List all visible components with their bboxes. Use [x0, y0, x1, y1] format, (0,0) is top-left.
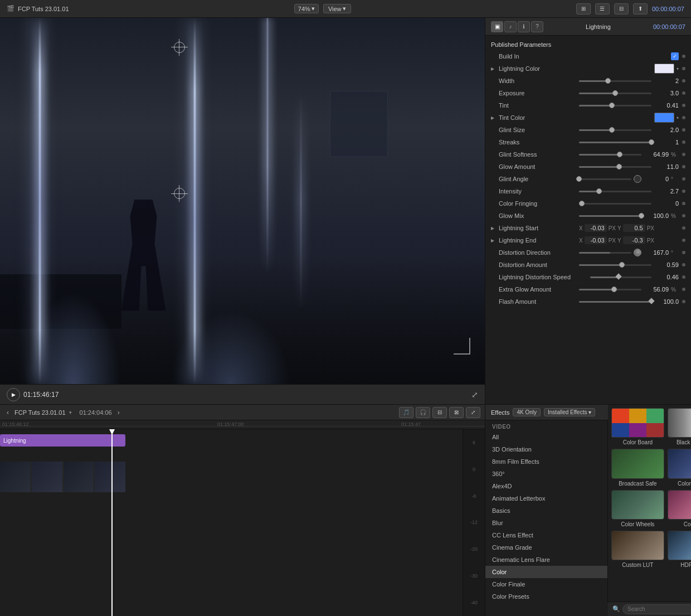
timeline-audio-btn[interactable]: 🎵: [399, 407, 413, 418]
effect-item-custom-lut[interactable]: Custom LUT: [611, 531, 664, 568]
glow-amount-slider[interactable]: [579, 166, 651, 168]
tint-slider[interactable]: [579, 105, 651, 106]
le-y-value[interactable]: -0.3: [623, 236, 645, 244]
timeline-nav-back[interactable]: ‹: [4, 409, 11, 416]
effect-item-hdr-tools[interactable]: HDR Tools: [668, 531, 691, 568]
effects-cat-color-finale[interactable]: Color Finale: [485, 578, 607, 590]
exposure-slider-thumb[interactable]: [612, 90, 618, 96]
timeline-nav-forward[interactable]: ›: [115, 409, 122, 416]
reset-dot-5: [682, 116, 685, 119]
timeline-layout-btn2[interactable]: ⊠: [449, 407, 464, 418]
timeline-expand-btn[interactable]: ⤢: [466, 407, 480, 418]
expand-lightning-start[interactable]: ▶: [491, 226, 497, 231]
glint-softness-thumb[interactable]: [617, 152, 622, 157]
color-dropdown-arrow-1[interactable]: ▾: [677, 66, 679, 71]
width-slider-thumb[interactable]: [605, 78, 611, 84]
effect-item-color-curves[interactable]: Color Curves: [668, 449, 691, 486]
distortion-dir-slider[interactable]: [579, 252, 631, 254]
effects-cat-cinema-grade[interactable]: Cinema Grade: [485, 541, 607, 554]
ls-y-value[interactable]: 0.5: [623, 224, 645, 232]
tint-slider-thumb[interactable]: [609, 103, 615, 108]
track-row-1: Lightning: [0, 433, 485, 448]
ls-x-value[interactable]: -0.03: [585, 224, 607, 232]
effects-cat-color[interactable]: Color: [485, 566, 607, 578]
glint-angle-slider[interactable]: [579, 178, 631, 180]
video-viewport[interactable]: [0, 18, 485, 384]
glow-mix-slider[interactable]: [579, 215, 641, 217]
le-x-value[interactable]: -0.03: [585, 236, 607, 244]
extra-glow-amount-thumb[interactable]: [611, 287, 617, 292]
effects-4k-filter[interactable]: 4K Only: [513, 408, 541, 416]
effects-cat-cinematic-lens-flare[interactable]: Cinematic Lens Flare: [485, 554, 607, 566]
color-fringing-thumb[interactable]: [579, 201, 585, 206]
zoom-control[interactable]: 74% ▾: [294, 4, 319, 13]
view-button[interactable]: View ▾: [323, 4, 351, 13]
glint-size-slider[interactable]: [579, 129, 651, 131]
glow-amount-thumb[interactable]: [616, 164, 622, 169]
effect-item-color-board[interactable]: Color Board: [611, 408, 664, 445]
effects-cat-cc-lens[interactable]: CC Lens Effect: [485, 529, 607, 541]
fullscreen-button[interactable]: ⤢: [471, 390, 478, 399]
grid-view-button[interactable]: ⊞: [576, 3, 591, 14]
inspector-tab-info[interactable]: ℹ: [518, 21, 530, 32]
glow-mix-thumb[interactable]: [639, 213, 644, 219]
expand-lightning-color[interactable]: ▶: [491, 66, 497, 71]
inspector-tab-audio[interactable]: ♪: [504, 21, 517, 32]
tint-color-swatch[interactable]: [654, 113, 674, 123]
expand-lightning-end[interactable]: ▶: [491, 238, 497, 243]
expand-tint-color[interactable]: ▶: [491, 115, 497, 120]
effects-installed-filter[interactable]: Installed Effects ▾: [544, 408, 595, 416]
lightning-color-swatch[interactable]: [654, 64, 674, 74]
width-slider[interactable]: [579, 80, 651, 82]
effects-cat-blur[interactable]: Blur: [485, 517, 607, 529]
intensity-slider[interactable]: [579, 191, 651, 192]
effect-item-bw[interactable]: Black & White: [668, 408, 691, 445]
effects-cat-all[interactable]: All: [485, 431, 607, 443]
timeline-body[interactable]: Lightning Lightning 02: [0, 429, 485, 616]
glint-angle-thumb[interactable]: [576, 176, 582, 182]
color-fringing-slider[interactable]: [579, 203, 651, 205]
settings-button[interactable]: ⊟: [614, 3, 629, 14]
distortion-dir-dial[interactable]: [634, 249, 641, 256]
effect-item-colorize[interactable]: Colorize: [668, 490, 691, 527]
inspector-tab-help[interactable]: ?: [531, 21, 543, 32]
effects-cat-8mm[interactable]: 8mm Film Effects: [485, 455, 607, 468]
lightning-distortion-speed-slider[interactable]: [590, 277, 651, 278]
param-glow-amount: Glow Amount 11.0: [485, 161, 691, 173]
effects-cat-alex4d[interactable]: Alex4D: [485, 480, 607, 492]
effect-item-broadcast[interactable]: Broadcast Safe: [611, 449, 664, 486]
timeline-layout-btn1[interactable]: ⊟: [432, 407, 447, 418]
clip-lightning[interactable]: Lightning: [0, 434, 125, 447]
play-button[interactable]: ▶: [7, 388, 20, 401]
effects-cat-animated-letterbox[interactable]: Animated Letterbox: [485, 492, 607, 505]
glint-softness-slider[interactable]: [579, 154, 641, 156]
build-in-checkbox[interactable]: ✓: [671, 52, 679, 60]
flash-amount-slider[interactable]: [579, 301, 651, 303]
glint-size-slider-thumb[interactable]: [609, 127, 615, 133]
inspector-tab-video[interactable]: ▣: [491, 21, 503, 32]
list-view-button[interactable]: ☰: [595, 3, 610, 14]
video-track[interactable]: [0, 462, 125, 492]
distortion-amount-slider[interactable]: [579, 264, 651, 266]
extra-glow-amount-slider[interactable]: [579, 289, 641, 290]
effects-cat-basics[interactable]: Basics: [485, 505, 607, 517]
streaks-slider-thumb[interactable]: [649, 139, 654, 145]
effect-item-color-wheels[interactable]: Color Wheels: [611, 490, 664, 527]
exposure-slider[interactable]: [579, 93, 651, 94]
effects-cat-3d[interactable]: 3D Orientation: [485, 443, 607, 455]
intensity-thumb[interactable]: [596, 188, 602, 194]
glint-angle-dial[interactable]: [634, 175, 641, 183]
share-button[interactable]: ⬆: [633, 3, 648, 14]
search-input[interactable]: [622, 604, 691, 614]
streaks-slider[interactable]: [579, 142, 651, 143]
distortion-amount-thumb[interactable]: [619, 262, 625, 268]
param-extra-glow-amount: Extra Glow Amount 56.09 %: [485, 283, 691, 295]
effects-cat-360[interactable]: 360°: [485, 468, 607, 480]
params-panel[interactable]: Published Parameters Build In ✓ ▶ Lightn…: [485, 36, 691, 404]
lightning-distortion-speed-thumb[interactable]: [615, 273, 621, 279]
color-dropdown-arrow-2[interactable]: ▾: [677, 115, 679, 120]
timeline-headphone-btn[interactable]: 🎧: [416, 407, 430, 418]
effects-cat-color-presets[interactable]: Color Presets: [485, 590, 607, 603]
timeline-title-dropdown[interactable]: ▾: [69, 410, 72, 415]
tl-marker-neg20: -20: [470, 546, 478, 552]
